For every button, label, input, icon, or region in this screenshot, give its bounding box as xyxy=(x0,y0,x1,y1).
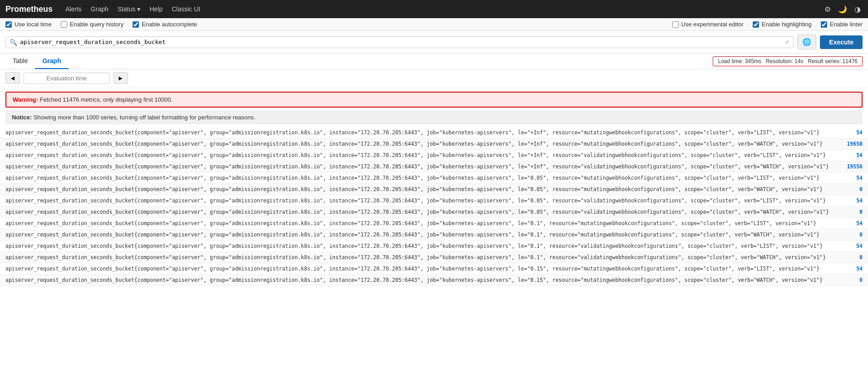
notice-message: Showing more than 1000 series, turning o… xyxy=(34,114,256,121)
use-local-time-option[interactable]: Use local time xyxy=(5,21,52,28)
enable-autocomplete-option[interactable]: Enable autocomplete xyxy=(133,21,197,28)
use-experimental-editor-label: Use experimental editor xyxy=(681,21,744,28)
value-cell: 0 xyxy=(841,184,868,195)
metric-cell: apiserver_request_duration_seconds_bucke… xyxy=(0,263,841,275)
value-cell: 19556 xyxy=(841,161,868,172)
search-input[interactable] xyxy=(20,39,783,45)
results-table: apiserver_request_duration_seconds_bucke… xyxy=(0,127,868,286)
navbar-icons: ⚙ 🌙 ◑ xyxy=(823,3,863,15)
table-row: apiserver_request_duration_seconds_bucke… xyxy=(0,241,868,252)
value-cell: 54 xyxy=(841,195,868,207)
value-cell: 54 xyxy=(841,127,868,138)
nav-classic-ui[interactable]: Classic UI xyxy=(172,5,200,13)
table-row: apiserver_request_duration_seconds_bucke… xyxy=(0,172,868,184)
contrast-icon[interactable]: ◑ xyxy=(853,3,863,15)
notice-label: Notice: xyxy=(12,114,32,121)
value-cell: 0 xyxy=(841,207,868,218)
search-input-wrap: 🔍 ⤢ xyxy=(5,36,794,48)
metric-cell: apiserver_request_duration_seconds_bucke… xyxy=(0,218,841,229)
enable-linter-option[interactable]: Enable linter xyxy=(821,21,863,28)
value-cell: 19650 xyxy=(841,138,868,150)
table-row: apiserver_request_duration_seconds_bucke… xyxy=(0,207,868,218)
tabs-row: Table Graph Load time: 345ms Resolution:… xyxy=(0,54,868,69)
eval-time-input[interactable] xyxy=(24,73,110,84)
value-cell: 54 xyxy=(841,172,868,184)
value-cell: 54 xyxy=(841,150,868,161)
enable-autocomplete-label: Enable autocomplete xyxy=(142,21,197,28)
table-row: apiserver_request_duration_seconds_bucke… xyxy=(0,161,868,172)
table-row: apiserver_request_duration_seconds_bucke… xyxy=(0,195,868,207)
settings-icon[interactable]: ⚙ xyxy=(823,3,833,15)
search-bar: 🔍 ⤢ 🌐 Execute xyxy=(0,31,868,54)
warning-message: Fetched 11476 metrics, only displaying f… xyxy=(39,96,173,103)
warning-label: Warning: xyxy=(13,96,38,103)
load-info: Load time: 345ms Resolution: 14s Result … xyxy=(713,56,863,66)
nav-help[interactable]: Help xyxy=(149,5,163,13)
nav-status[interactable]: Status ▾ xyxy=(118,5,141,13)
moon-icon[interactable]: 🌙 xyxy=(836,3,849,15)
value-cell: 0 xyxy=(841,252,868,263)
table-row: apiserver_request_duration_seconds_bucke… xyxy=(0,184,868,195)
metric-cell: apiserver_request_duration_seconds_bucke… xyxy=(0,161,841,172)
eval-next-button[interactable]: ► xyxy=(113,72,128,84)
metric-cell: apiserver_request_duration_seconds_bucke… xyxy=(0,229,841,241)
enable-query-history-option[interactable]: Enable query history xyxy=(61,21,124,28)
eval-prev-button[interactable]: ◄ xyxy=(5,72,20,84)
execute-button[interactable]: Execute xyxy=(820,35,863,49)
metric-cell: apiserver_request_duration_seconds_bucke… xyxy=(0,195,841,207)
metric-cell: apiserver_request_duration_seconds_bucke… xyxy=(0,138,841,150)
metric-cell: apiserver_request_duration_seconds_bucke… xyxy=(0,275,841,286)
navbar: Prometheus Alerts Graph Status ▾ Help Cl… xyxy=(0,0,868,18)
enable-highlighting-checkbox[interactable] xyxy=(753,21,759,28)
enable-highlighting-label: Enable highlighting xyxy=(762,21,812,28)
enable-query-history-checkbox[interactable] xyxy=(61,21,67,28)
metric-cell: apiserver_request_duration_seconds_bucke… xyxy=(0,241,841,252)
metric-cell: apiserver_request_duration_seconds_bucke… xyxy=(0,127,841,138)
table-row: apiserver_request_duration_seconds_bucke… xyxy=(0,263,868,275)
nav-alerts[interactable]: Alerts xyxy=(65,5,82,13)
load-time: Load time: 345ms xyxy=(718,58,761,64)
value-cell: 0 xyxy=(841,275,868,286)
tab-graph[interactable]: Graph xyxy=(35,54,68,69)
value-cell: 54 xyxy=(841,241,868,252)
use-experimental-editor-option[interactable]: Use experimental editor xyxy=(672,21,744,28)
result-series: Result series: 11476 xyxy=(808,58,858,64)
table-row: apiserver_request_duration_seconds_bucke… xyxy=(0,252,868,263)
use-experimental-editor-checkbox[interactable] xyxy=(672,21,679,28)
search-icon: 🔍 xyxy=(10,39,17,46)
value-cell: 0 xyxy=(841,229,868,241)
table-row: apiserver_request_duration_seconds_bucke… xyxy=(0,138,868,150)
resolution: Resolution: 14s xyxy=(766,58,804,64)
results-wrap: apiserver_request_duration_seconds_bucke… xyxy=(0,127,868,286)
globe-button[interactable]: 🌐 xyxy=(797,34,816,49)
brand-title: Prometheus xyxy=(5,5,53,14)
expand-icon[interactable]: ⤢ xyxy=(785,39,789,45)
use-local-time-checkbox[interactable] xyxy=(5,21,12,28)
table-row: apiserver_request_duration_seconds_bucke… xyxy=(0,218,868,229)
table-row: apiserver_request_duration_seconds_bucke… xyxy=(0,229,868,241)
metric-cell: apiserver_request_duration_seconds_bucke… xyxy=(0,184,841,195)
enable-linter-checkbox[interactable] xyxy=(821,21,827,28)
enable-autocomplete-checkbox[interactable] xyxy=(133,21,139,28)
metric-cell: apiserver_request_duration_seconds_bucke… xyxy=(0,150,841,161)
options-bar: Use local time Enable query history Enab… xyxy=(0,18,868,31)
chevron-down-icon: ▾ xyxy=(137,5,140,13)
notice-box: Notice: Showing more than 1000 series, t… xyxy=(5,110,863,124)
enable-query-history-label: Enable query history xyxy=(70,21,124,28)
value-cell: 54 xyxy=(841,218,868,229)
value-cell: 54 xyxy=(841,263,868,275)
tab-table[interactable]: Table xyxy=(5,54,35,69)
options-right: Use experimental editor Enable highlight… xyxy=(672,21,863,28)
enable-linter-label: Enable linter xyxy=(830,21,863,28)
metric-cell: apiserver_request_duration_seconds_bucke… xyxy=(0,252,841,263)
table-row: apiserver_request_duration_seconds_bucke… xyxy=(0,275,868,286)
metric-cell: apiserver_request_duration_seconds_bucke… xyxy=(0,207,841,218)
eval-row: ◄ ► xyxy=(0,69,868,87)
table-row: apiserver_request_duration_seconds_bucke… xyxy=(0,150,868,161)
table-row: apiserver_request_duration_seconds_bucke… xyxy=(0,127,868,138)
use-local-time-label: Use local time xyxy=(15,21,52,28)
enable-highlighting-option[interactable]: Enable highlighting xyxy=(753,21,812,28)
warning-box: Warning: Fetched 11476 metrics, only dis… xyxy=(5,92,863,108)
nav-graph[interactable]: Graph xyxy=(91,5,108,13)
metric-cell: apiserver_request_duration_seconds_bucke… xyxy=(0,172,841,184)
